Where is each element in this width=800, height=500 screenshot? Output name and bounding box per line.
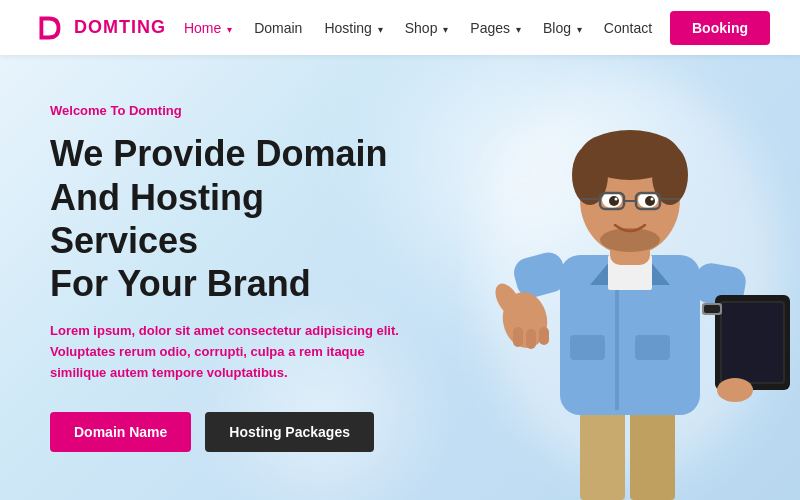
nav-links: Home ▾ Domain Hosting ▾ Shop ▾ Pages ▾ <box>184 19 652 37</box>
svg-rect-7 <box>635 335 670 360</box>
svg-rect-34 <box>539 327 549 345</box>
svg-point-20 <box>609 196 619 206</box>
chevron-icon: ▾ <box>378 24 383 35</box>
logo-text: DOMTING <box>74 17 166 38</box>
svg-rect-33 <box>526 329 536 349</box>
nav-link-blog[interactable]: Blog ▾ <box>543 20 582 36</box>
hosting-packages-button[interactable]: Hosting Packages <box>205 412 374 452</box>
svg-rect-6 <box>570 335 605 360</box>
nav-item-shop[interactable]: Shop ▾ <box>405 19 449 37</box>
domain-name-button[interactable]: Domain Name <box>50 412 191 452</box>
hero-section: Welcome To Domting We Provide Domain And… <box>0 55 800 500</box>
nav-item-blog[interactable]: Blog ▾ <box>543 19 582 37</box>
hero-buttons: Domain Name Hosting Packages <box>50 412 410 452</box>
svg-point-23 <box>651 198 654 201</box>
nav-link-pages[interactable]: Pages ▾ <box>470 20 521 36</box>
logo[interactable]: DOMTING <box>30 9 166 47</box>
chevron-icon: ▾ <box>577 24 582 35</box>
svg-rect-38 <box>722 303 783 382</box>
nav-link-contact[interactable]: Contact <box>604 20 652 36</box>
booking-button[interactable]: Booking <box>670 11 770 45</box>
nav-item-domain[interactable]: Domain <box>254 19 302 37</box>
chevron-icon: ▾ <box>443 24 448 35</box>
nav-item-home[interactable]: Home ▾ <box>184 19 232 37</box>
chevron-icon: ▾ <box>516 24 521 35</box>
nav-link-domain[interactable]: Domain <box>254 20 302 36</box>
svg-rect-41 <box>704 305 720 313</box>
svg-point-22 <box>615 198 618 201</box>
svg-point-39 <box>717 378 753 402</box>
navbar: DOMTING Home ▾ Domain Hosting ▾ Shop ▾ <box>0 0 800 55</box>
hero-title: We Provide Domain And Hosting Services F… <box>50 132 410 305</box>
nav-item-hosting[interactable]: Hosting ▾ <box>324 19 382 37</box>
hero-description: Lorem ipsum, dolor sit amet consectetur … <box>50 321 410 383</box>
nav-link-shop[interactable]: Shop ▾ <box>405 20 449 36</box>
svg-rect-16 <box>580 155 680 175</box>
svg-rect-32 <box>513 327 523 347</box>
logo-icon <box>30 9 68 47</box>
nav-item-contact[interactable]: Contact <box>604 19 652 37</box>
hero-welcome-text: Welcome To Domting <box>50 103 410 118</box>
hero-content: Welcome To Domting We Provide Domain And… <box>0 103 460 451</box>
chevron-icon: ▾ <box>227 24 232 35</box>
nav-link-home[interactable]: Home ▾ <box>184 20 232 36</box>
svg-point-21 <box>645 196 655 206</box>
hero-person-illustration <box>460 55 800 500</box>
nav-item-pages[interactable]: Pages ▾ <box>470 19 521 37</box>
nav-link-hosting[interactable]: Hosting ▾ <box>324 20 382 36</box>
